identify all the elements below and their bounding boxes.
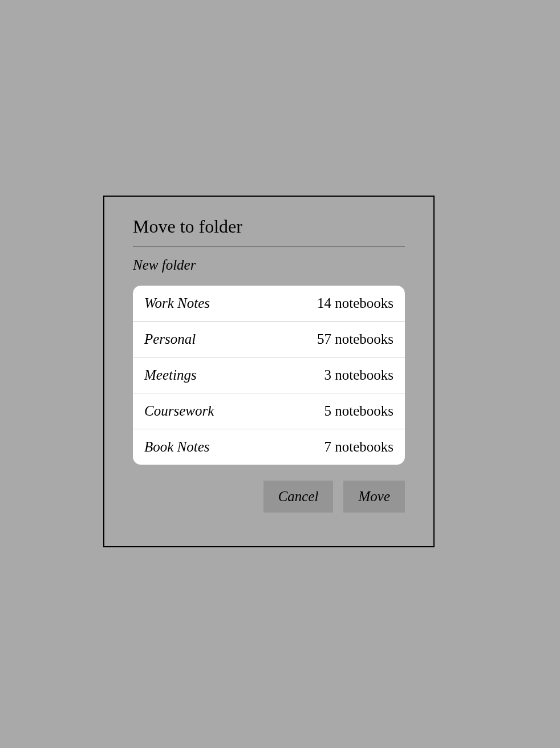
folder-row[interactable]: Work Notes 14 notebooks xyxy=(133,286,405,322)
folder-name: Coursework xyxy=(144,403,214,419)
folder-name: Meetings xyxy=(144,367,197,383)
folder-name: Work Notes xyxy=(144,295,210,311)
move-button[interactable]: Move xyxy=(343,481,405,513)
move-to-folder-dialog: Move to folder New folder Work Notes 14 … xyxy=(103,196,435,547)
folder-count: 7 notebooks xyxy=(324,439,393,455)
folder-name: Personal xyxy=(144,331,196,347)
folder-count: 57 notebooks xyxy=(317,331,393,347)
folder-row[interactable]: Personal 57 notebooks xyxy=(133,322,405,357)
folder-row[interactable]: Book Notes 7 notebooks xyxy=(133,429,405,465)
folder-name: Book Notes xyxy=(144,439,210,455)
new-folder-link[interactable]: New folder xyxy=(133,247,405,286)
folder-count: 14 notebooks xyxy=(317,295,393,311)
folder-count: 5 notebooks xyxy=(324,403,393,419)
folder-row[interactable]: Meetings 3 notebooks xyxy=(133,357,405,393)
cancel-button[interactable]: Cancel xyxy=(263,481,334,513)
folder-list: Work Notes 14 notebooks Personal 57 note… xyxy=(133,286,405,465)
folder-row[interactable]: Coursework 5 notebooks xyxy=(133,393,405,429)
dialog-title: Move to folder xyxy=(133,216,405,247)
folder-count: 3 notebooks xyxy=(324,367,393,383)
